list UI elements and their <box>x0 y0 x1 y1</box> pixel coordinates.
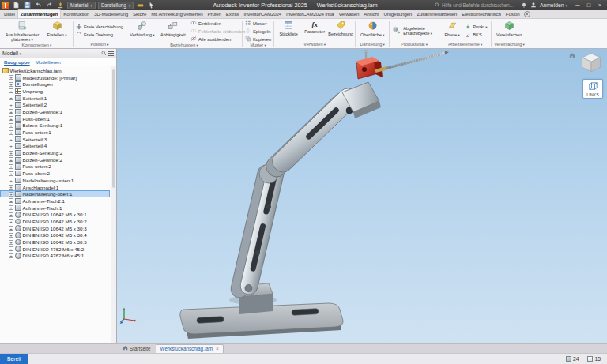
browser-search-icon[interactable] <box>101 51 107 57</box>
help-search-input[interactable] <box>442 2 518 8</box>
select-cursor-icon[interactable] <box>147 1 156 9</box>
hide-all-button[interactable]: Alle ausblenden <box>190 36 239 43</box>
expander-icon[interactable] <box>9 198 13 203</box>
ribbon-tab[interactable]: InventorCAM2024 Inka <box>284 10 336 18</box>
expander-icon[interactable] <box>9 233 13 238</box>
group-label-komponenten[interactable]: Komponenten <box>3 43 70 48</box>
expander-icon[interactable] <box>9 130 13 135</box>
ribbon-tab[interactable]: Zusammenarbeiten <box>414 10 459 18</box>
sign-in-button[interactable]: Anmelden <box>540 2 567 8</box>
browser-scrollbar[interactable] <box>111 66 116 343</box>
expander-icon[interactable] <box>9 219 13 223</box>
expander-icon[interactable] <box>9 137 13 141</box>
ribbon-tab[interactable]: Mit Anmerkung versehen <box>149 10 205 18</box>
ribbon-tab[interactable]: Fusion <box>503 10 522 18</box>
expander-icon[interactable] <box>9 164 13 169</box>
expander-icon[interactable] <box>9 123 13 128</box>
expander-icon[interactable] <box>9 246 13 251</box>
expander-icon[interactable] <box>9 75 13 80</box>
inventor-logo[interactable] <box>2 2 9 9</box>
ribbon-tab[interactable]: Datei <box>2 10 17 18</box>
expander-icon[interactable] <box>9 96 13 100</box>
create-component-button[interactable]: Erstellen <box>43 20 70 43</box>
3d-model[interactable] <box>117 49 607 343</box>
free-rotate-button[interactable]: Freie Drehung <box>76 32 123 39</box>
show-sick-button[interactable]: Fehlerhafte einblenden <box>190 28 239 35</box>
ucs-button[interactable]: BKS <box>465 32 488 39</box>
notifications-bell-icon[interactable] <box>521 2 527 9</box>
group-label-verwalten[interactable]: Verwalten <box>277 42 353 48</box>
copy-button[interactable]: Kopieren <box>245 36 271 43</box>
simplify-button[interactable]: Vereinfachen <box>494 20 524 42</box>
3d-viewport[interactable]: LINKS <box>117 49 607 343</box>
redo-icon[interactable] <box>45 1 54 9</box>
tree-item[interactable]: Nadelhalterung-unten:1 <box>0 177 110 184</box>
tab-close-icon[interactable] <box>216 346 219 351</box>
close-button[interactable]: × <box>594 0 605 10</box>
document-tab[interactable]: Startseite <box>119 344 155 353</box>
ribbon-tab[interactable]: Skizze <box>130 10 149 18</box>
collaboration-circle-icon[interactable] <box>524 11 530 17</box>
parameters-button[interactable]: Parameter <box>303 20 326 42</box>
ribbon-tab[interactable]: Verwalten <box>336 10 361 18</box>
browser-title-dropdown[interactable]: Modell <box>2 51 21 56</box>
material-dropdown[interactable]: Material <box>67 2 96 9</box>
expander-icon[interactable] <box>9 151 13 156</box>
browser-scrollbar-thumb[interactable] <box>112 69 115 188</box>
expander-icon[interactable] <box>9 157 13 162</box>
tree-item[interactable]: Fuss-unten:2 <box>0 163 110 171</box>
expander-icon[interactable] <box>9 226 13 231</box>
group-label-position[interactable]: Position <box>76 42 123 48</box>
place-from-content-center-button[interactable]: Aus Inhaltscenter platzieren <box>3 20 41 43</box>
expander-icon[interactable] <box>9 103 13 107</box>
expander-icon[interactable] <box>9 212 13 217</box>
mirror-button[interactable]: Spiegeln <box>245 28 271 35</box>
ribbon-tab[interactable]: 3D-Modellierung <box>92 10 130 18</box>
tree-item[interactable]: DIN EN ISO 10642 M5 x 30:4 <box>0 232 110 239</box>
expander-icon[interactable] <box>9 205 13 210</box>
ribbon-tab[interactable]: Zusammenfügen <box>17 9 62 18</box>
tree-item[interactable]: Fuss-oben:1 <box>0 115 110 122</box>
expander-icon[interactable] <box>9 240 13 245</box>
constrain-button[interactable]: Abhängigkeit <box>158 20 188 43</box>
expander-icon[interactable] <box>9 253 13 258</box>
tree-item[interactable]: Darstellungen <box>0 81 110 88</box>
expander-icon[interactable] <box>9 82 13 87</box>
ribbon-tab[interactable]: Elektromechanisch <box>459 10 503 18</box>
browser-tab[interactable]: Modellieren <box>36 59 61 65</box>
tree-item[interactable]: Aufnahme-Tisch2:1 <box>0 197 110 205</box>
tree-item[interactable]: Nadelhalterung-oben:1 <box>0 190 110 197</box>
expander-icon[interactable] <box>9 192 13 197</box>
group-label-arbeitselemente[interactable]: Arbeitselemente <box>442 42 488 48</box>
ribbon-tab[interactable]: Extras <box>224 10 242 18</box>
expander-icon[interactable] <box>9 178 13 182</box>
browser-menu-icon[interactable] <box>108 51 114 56</box>
tree-item[interactable]: DIN EN ISO 10642 M5 x 30:3 <box>0 225 110 232</box>
tree-item[interactable]: DIN EN ISO 10642 M5 x 30:1 <box>0 211 110 218</box>
tree-item[interactable]: Fuss-unten:1 <box>0 129 110 136</box>
ribbon-tab[interactable]: Konstruktion <box>61 10 92 18</box>
group-label-vereinfachung[interactable]: Vereinfachung <box>494 42 525 48</box>
expander-icon[interactable] <box>9 144 13 148</box>
group-label-muster[interactable]: Muster <box>245 43 271 48</box>
tree-item[interactable]: Werkstückanschlag.iam <box>0 67 110 74</box>
tree-item[interactable]: DIN EN ISO 10642 M5 x 30:2 <box>0 218 110 225</box>
measure-icon[interactable] <box>136 1 145 9</box>
appearance-button[interactable]: Oberfläche <box>358 20 386 42</box>
tree-item[interactable]: DIN EN ISO 4762 M6 x 45:1 <box>0 253 110 260</box>
group-label-beziehungen[interactable]: Beziehungen <box>129 43 239 48</box>
tree-item[interactable]: Ursprung <box>0 88 110 95</box>
derive-substitutes-button[interactable]: Abgeleitete Ersatzobjekte <box>392 20 436 42</box>
expander-icon[interactable] <box>9 171 13 176</box>
viewcube[interactable] <box>579 51 603 75</box>
browser-tab[interactable]: Baugruppe <box>4 59 30 65</box>
tree-item[interactable]: Aufnahme-Tisch:1 <box>0 205 110 212</box>
tree-item[interactable]: Seitenteil:2 <box>0 101 110 108</box>
work-point-button[interactable]: Punkt <box>465 24 488 31</box>
group-label-produktivitaet[interactable]: Produktivität <box>392 42 436 48</box>
help-search[interactable] <box>435 2 518 8</box>
tree-item[interactable]: Bolzen-Senkung:1 <box>0 122 110 129</box>
tree-item[interactable]: Bolzen-Gewinde:1 <box>0 108 110 115</box>
minimize-button[interactable]: ─ <box>572 0 583 10</box>
tree-item[interactable]: DIN EN ISO 10642 M5 x 30:5 <box>0 238 110 246</box>
